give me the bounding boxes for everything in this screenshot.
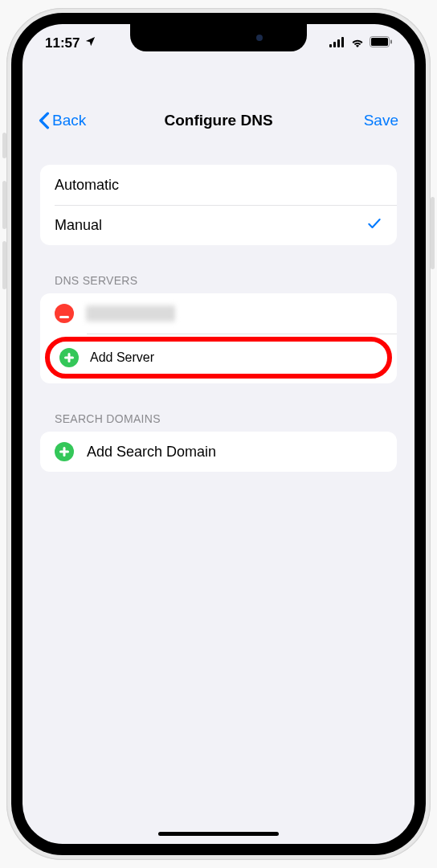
option-label: Automatic	[55, 177, 382, 194]
add-server-button[interactable]	[59, 348, 79, 367]
home-indicator[interactable]	[158, 832, 279, 836]
add-search-domain-row[interactable]: Add Search Domain	[40, 432, 397, 472]
location-arrow-icon	[84, 35, 96, 51]
svg-rect-7	[59, 316, 69, 318]
back-label: Back	[52, 112, 86, 129]
svg-rect-11	[59, 451, 69, 453]
front-camera	[256, 35, 263, 41]
add-domain-button[interactable]	[55, 442, 74, 461]
dns-mode-automatic[interactable]: Automatic	[40, 165, 397, 205]
battery-icon	[370, 35, 392, 51]
dns-mode-group: Automatic Manual	[40, 165, 397, 245]
power-button	[431, 197, 435, 269]
plus-icon	[59, 444, 69, 459]
svg-rect-6	[390, 40, 392, 44]
add-domain-label: Add Search Domain	[87, 444, 216, 461]
silence-switch	[2, 133, 6, 158]
search-domains-group: Add Search Domain	[40, 432, 397, 472]
server-address-redacted	[87, 305, 175, 321]
checkmark-icon	[366, 215, 382, 235]
dns-servers-group: Add Server	[40, 293, 397, 383]
search-domains-header: SEARCH DOMAINS	[40, 412, 397, 432]
nav-bar: Back Configure DNS Save	[22, 100, 415, 141]
save-button[interactable]: Save	[364, 112, 398, 129]
phone-bezel: 11:57	[11, 13, 426, 855]
content: Automatic Manual DNS SERVERS	[22, 165, 415, 501]
svg-rect-0	[329, 44, 332, 47]
status-time: 11:57	[45, 35, 80, 51]
remove-server-button[interactable]	[55, 304, 74, 323]
volume-up-button	[2, 181, 6, 229]
svg-rect-9	[64, 357, 74, 359]
cellular-signal-icon	[329, 35, 345, 51]
svg-rect-1	[333, 42, 336, 47]
notch	[130, 24, 307, 51]
minus-icon	[59, 306, 69, 321]
plus-icon	[64, 350, 74, 365]
dns-server-row[interactable]	[40, 293, 397, 334]
chevron-left-icon	[39, 112, 50, 129]
dns-servers-header: DNS SERVERS	[40, 274, 397, 293]
volume-down-button	[2, 241, 6, 289]
add-server-label: Add Server	[90, 350, 154, 365]
page-title: Configure DNS	[164, 112, 272, 129]
wifi-icon	[350, 35, 365, 51]
phone-frame: 11:57	[6, 8, 431, 860]
back-button[interactable]: Back	[39, 112, 86, 129]
svg-rect-3	[341, 37, 344, 47]
option-label: Manual	[55, 217, 366, 234]
add-server-row[interactable]: Add Server	[45, 337, 392, 379]
dns-mode-manual[interactable]: Manual	[40, 205, 397, 245]
svg-rect-2	[337, 39, 340, 47]
screen: 11:57	[22, 24, 415, 844]
svg-rect-5	[371, 38, 388, 46]
